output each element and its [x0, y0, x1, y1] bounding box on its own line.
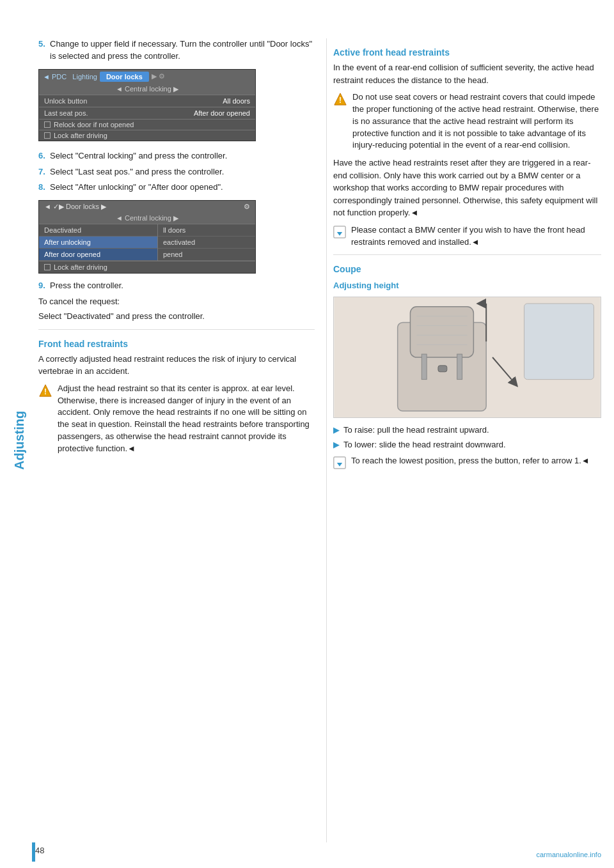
warning-triangle-icon: !: [38, 384, 52, 398]
active-restraints-info-text: Please contact a BMW center if you wish …: [351, 224, 601, 249]
ui2-right-row-3: pened: [158, 249, 255, 261]
ui-row-value-2: After door opened: [194, 109, 250, 117]
ui2-checkbox-row: Lock after driving: [39, 261, 255, 273]
active-restraints-warning-box: ! Do not use seat covers or head restrai…: [333, 91, 601, 151]
ui2-subtitle: ◄ Central locking ▶: [39, 213, 255, 224]
ui-row-1: Unlock button All doors: [39, 95, 255, 107]
ui-checkbox-row-2: Lock after driving: [39, 130, 255, 141]
ui-row-2: Last seat pos. After door opened: [39, 107, 255, 119]
step-5: 5. Change to upper field if necessary. T…: [38, 38, 315, 63]
step-text-5: Change to upper field if necessary. Turn…: [50, 38, 315, 63]
watermark: carmanualonline.info: [536, 851, 601, 858]
page-number: 48: [35, 846, 44, 855]
ui-subtitle-1: ◄ Central locking ▶: [39, 84, 255, 95]
front-head-warning-text: Adjust the head restraint so that its ce…: [58, 383, 315, 455]
ui-topbar-1: ◄ PDC Lighting Door locks ▶ ⚙: [39, 70, 255, 84]
content-area: 5. Change to upper field if necessary. T…: [32, 38, 614, 842]
section-divider: [38, 329, 315, 330]
ui2-right-row-1: ll doors: [158, 224, 255, 236]
lower-text: To lower: slide the head restraint downw…: [343, 439, 506, 451]
coupe-divider: [333, 254, 601, 255]
ui2-right-panel: ll doors eactivated pened: [158, 224, 255, 261]
lowest-pos-info-box: To reach the lowest position, press the …: [333, 455, 601, 469]
front-head-restraints-body: A correctly adjusted head restraint redu…: [38, 353, 315, 378]
step-text-6: Select "Central locking" and press the c…: [50, 150, 315, 162]
cancel-instruction: Select "Deactivated" and press the contr…: [38, 311, 315, 323]
cancel-note: To cancel the request:: [38, 296, 315, 308]
left-column: 5. Change to upper field if necessary. T…: [32, 38, 326, 842]
active-restraints-body1: In the event of a rear-end collision of …: [333, 61, 601, 86]
ui-screen-2: ◄ ✓▶ Door locks ▶ ⚙ ◄ Central locking ▶ …: [38, 200, 256, 274]
ui-checkbox-2: [44, 132, 51, 139]
ui2-checkbox: [44, 264, 51, 270]
ui-checkbox-label-2: Lock after driving: [54, 132, 107, 139]
ui2-topbar: ◄ ✓▶ Door locks ▶ ⚙: [39, 201, 255, 213]
ui2-row-deactivated: Deactivated: [39, 224, 157, 236]
step-9: 9. Press the controller.: [38, 280, 315, 292]
adjusting-height-heading: Adjusting height: [333, 281, 601, 290]
step-8: 8. Select "After unlocking" or "After do…: [38, 182, 315, 194]
right-column: Active front head restraints In the even…: [326, 38, 614, 842]
ui2-checkbox-label: Lock after driving: [54, 263, 107, 271]
lowest-pos-info-text: To reach the lowest position, press the …: [351, 455, 590, 467]
active-restraints-warning-text: Do not use seat covers or head restraint…: [352, 91, 601, 151]
ui-checkbox-row-1: Relock door if not opened: [39, 119, 255, 130]
info-arrow-icon: [333, 226, 346, 238]
svg-rect-10: [421, 354, 427, 380]
diagram-svg: [334, 297, 601, 417]
ui-screen-1: ◄ PDC Lighting Door locks ▶ ⚙ ◄ Central …: [38, 69, 256, 141]
svg-marker-22: [337, 463, 342, 467]
ui-row-label-1: Unlock button: [44, 97, 87, 105]
step-text-9: Press the controller.: [50, 280, 315, 292]
step-7: 7. Select "Last seat pos." and press the…: [38, 166, 315, 178]
head-restraint-diagram: [333, 297, 601, 418]
sidebar-label: Adjusting: [6, 38, 32, 842]
lower-bullet: ▶ To lower: slide the head restraint dow…: [333, 439, 601, 451]
ui2-topbar-left: ◄ ✓▶ Door locks ▶: [44, 203, 106, 211]
step-num-9: 9.: [38, 280, 50, 292]
ui-checkbox-label-1: Relock door if not opened: [54, 121, 134, 128]
svg-text:!: !: [44, 387, 47, 396]
step-num-5: 5.: [38, 38, 50, 63]
ui2-topbar-icon: ⚙: [244, 203, 250, 211]
lowest-pos-arrow-icon: [333, 456, 346, 469]
svg-rect-11: [457, 354, 462, 380]
svg-marker-5: [337, 232, 342, 236]
svg-rect-7: [524, 304, 594, 380]
front-head-restraints-heading: Front head restraints: [38, 339, 315, 349]
ui-row-value-1: All doors: [223, 97, 250, 105]
svg-rect-20: [438, 366, 447, 372]
step-text-8: Select "After unlocking" or "After door …: [50, 182, 315, 194]
front-head-warning-box: ! Adjust the head restraint so that its …: [38, 383, 315, 455]
step-6: 6. Select "Central locking" and press th…: [38, 150, 315, 162]
ui2-left-panel: Deactivated After unlocking After door o…: [39, 224, 158, 261]
raise-text: To raise: pull the head restraint upward…: [343, 424, 489, 437]
coupe-heading: Coupe: [333, 264, 601, 274]
step-num-6: 6.: [38, 150, 50, 162]
active-restraints-body2: Have the active head restraints reset af…: [333, 157, 601, 219]
raise-bullet: ▶ To raise: pull the head restraint upwa…: [333, 424, 601, 437]
ui-checkbox-1: [44, 121, 51, 128]
ui2-row-after-unlocking: After unlocking: [39, 236, 157, 249]
page-container: Adjusting 5. Change to upper field if ne…: [0, 0, 614, 868]
step-text-7: Select "Last seat pos." and press the co…: [50, 166, 315, 178]
svg-rect-9: [410, 307, 473, 357]
step-num-8: 8.: [38, 182, 50, 194]
ui-topbar-left: ◄ PDC Lighting: [43, 73, 97, 81]
ui-row-label-2: Last seat pos.: [44, 109, 88, 117]
ui2-row-after-door: After door opened: [39, 249, 157, 261]
active-warning-triangle-icon: !: [333, 92, 347, 106]
ui-active-tab: Door locks: [100, 72, 149, 82]
step-num-7: 7.: [38, 166, 50, 178]
lower-arrow-icon: ▶: [333, 439, 340, 451]
active-restraints-info-box: Please contact a BMW center if you wish …: [333, 224, 601, 249]
ui2-right-row-2: eactivated: [158, 236, 255, 249]
active-restraints-heading: Active front head restraints: [333, 47, 601, 58]
svg-text:!: !: [339, 96, 342, 105]
ui2-split: Deactivated After unlocking After door o…: [39, 224, 255, 261]
ui-topbar-arrow: ▶ ⚙: [152, 72, 165, 81]
raise-arrow-icon: ▶: [333, 424, 340, 437]
